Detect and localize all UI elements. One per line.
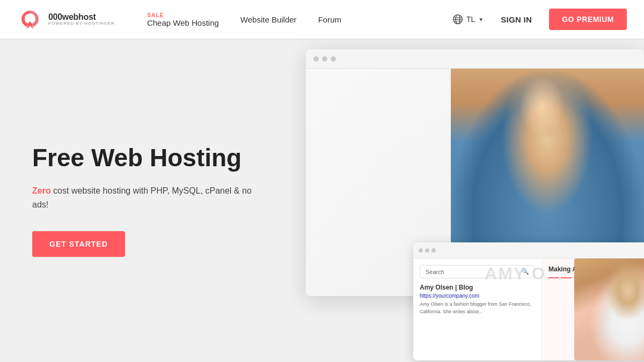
browser-dot-2 [322, 56, 327, 62]
divider-line-2 [561, 277, 572, 278]
nav-item-cheap-hosting[interactable]: SALE Cheap Web Hosting [136, 12, 230, 27]
browser-dot-5 [425, 248, 429, 253]
hero-subtitle: Zero cost website hosting with PHP, MySQ… [32, 184, 258, 211]
nav-link-text-builder: Website Builder [240, 15, 297, 24]
search-result-title: Amy Olsen | Blog [420, 284, 535, 291]
logo-icon [17, 6, 43, 32]
lang-code: TL [466, 15, 475, 24]
nav-links: SALE Cheap Web Hosting Website Builder F… [136, 12, 452, 27]
svg-point-0 [28, 14, 32, 18]
zero-highlight: Zero [32, 186, 51, 195]
get-started-button[interactable]: GET STARTED [32, 231, 125, 257]
browser-bar-2 [413, 242, 644, 258]
search-bar-mock: 🔍 [420, 265, 535, 278]
browser-dot-6 [431, 248, 436, 253]
logo-tagline: POWERED BY HOSTINGER [48, 21, 115, 26]
go-premium-button[interactable]: GO PREMIUM [549, 9, 627, 30]
browser-dot-3 [331, 56, 336, 62]
logo-name: 000webhost [48, 12, 115, 22]
secondary-browser-window: 🔍 Amy Olsen | Blog https://yourcompany.c… [413, 242, 644, 360]
chevron-down-icon: ▼ [478, 17, 484, 23]
search-input-mock [426, 269, 518, 275]
divider-line-1 [548, 277, 559, 278]
hero-section: Free Web Hosting Zero cost website hosti… [0, 39, 644, 362]
language-selector[interactable]: TL ▼ [452, 14, 484, 25]
hero-title: Free Web Hosting [32, 144, 258, 172]
globe-icon [452, 14, 463, 25]
navbar: 000webhost POWERED BY HOSTINGER SALE Che… [0, 0, 644, 39]
nav-right: TL ▼ SIGN IN GO PREMIUM [452, 9, 627, 30]
hero-content: Free Web Hosting Zero cost website hosti… [32, 144, 258, 256]
browser-bar [306, 49, 644, 69]
woman-photo-2 [574, 258, 644, 360]
logo-link[interactable]: 000webhost POWERED BY HOSTINGER [17, 6, 115, 32]
browser-dot-4 [419, 248, 423, 253]
sale-badge: SALE [147, 12, 219, 18]
browser-dot-1 [313, 56, 319, 62]
logo-text: 000webhost POWERED BY HOSTINGER [48, 12, 115, 26]
search-result-url: https://yourcompany.com [420, 293, 535, 299]
nav-link-text-forum: Forum [318, 15, 341, 24]
search-result-desc: Amy Olsen is a fashion blogger from San … [420, 301, 535, 315]
sign-in-button[interactable]: SIGN IN [494, 11, 538, 28]
search-icon-small: 🔍 [522, 268, 529, 275]
search-result-panel: 🔍 Amy Olsen | Blog https://yourcompany.c… [413, 258, 542, 360]
hero-subtitle-rest: cost website hosting with PHP, MySQL, cP… [32, 186, 252, 209]
nav-link-text-hosting: Cheap Web Hosting [147, 18, 219, 27]
nav-item-forum[interactable]: Forum [308, 15, 352, 24]
browser-mockup-container: 🔍 Amy Olsen | Blog https://yourcompany.c… [306, 49, 644, 360]
nav-item-website-builder[interactable]: Website Builder [230, 15, 308, 24]
